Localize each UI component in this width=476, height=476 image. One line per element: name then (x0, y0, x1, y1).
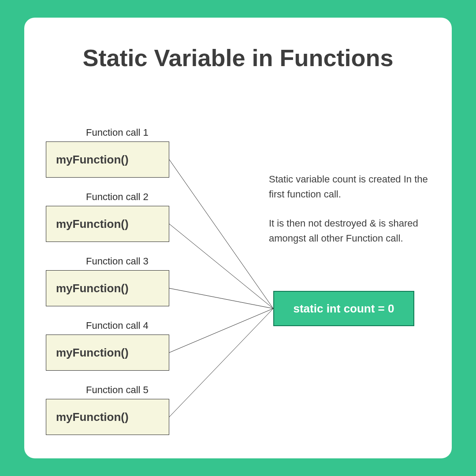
function-call-label-3: Function call 3 (86, 256, 149, 267)
diagram-card: Static Variable in Functions Function ca… (24, 18, 452, 458)
static-variable-box: static int count = 0 (273, 291, 414, 326)
svg-line-2 (169, 288, 273, 309)
function-call-box-1: myFunction() (46, 141, 169, 178)
function-call-box-4: myFunction() (46, 335, 169, 371)
function-call-box-2: myFunction() (46, 206, 169, 242)
function-call-label-2: Function call 2 (86, 191, 149, 203)
function-call-label-4: Function call 4 (86, 320, 149, 331)
svg-line-3 (169, 309, 273, 353)
svg-line-1 (169, 224, 273, 309)
function-call-label-1: Function call 1 (86, 127, 149, 138)
function-call-box-3: myFunction() (46, 270, 169, 306)
description-paragraph-2: It is then not destroyed & is shared amo… (269, 216, 432, 246)
function-call-label-5: Function call 5 (86, 384, 149, 396)
svg-line-4 (169, 309, 273, 417)
diagram-title: Static Variable in Functions (24, 44, 452, 71)
description-paragraph-1: Static variable count is created In the … (269, 172, 432, 202)
function-call-box-5: myFunction() (46, 399, 169, 435)
svg-line-0 (169, 160, 273, 309)
